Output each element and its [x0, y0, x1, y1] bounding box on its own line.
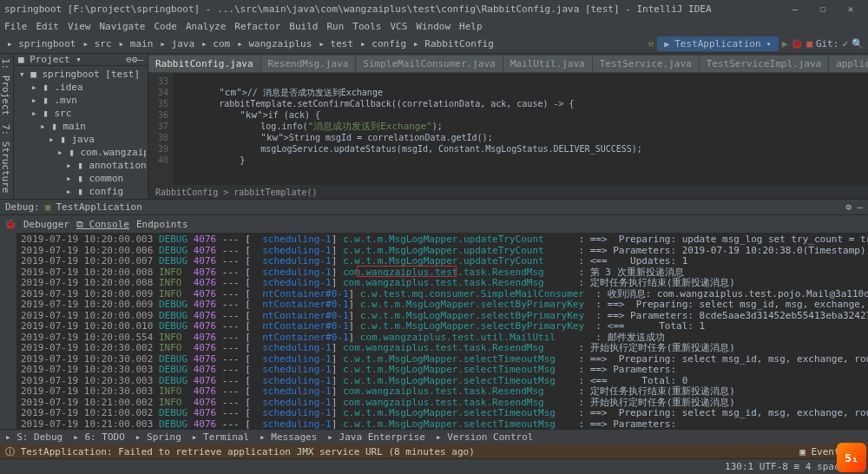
debug-tab-endpoints[interactable]: Endpoints	[136, 219, 188, 230]
git-pull-icon[interactable]: ✓	[842, 38, 848, 49]
footer-tab[interactable]: ▸ Java Enterprise	[327, 431, 425, 443]
watermark-logo: 5₁	[837, 443, 866, 472]
crumb[interactable]: ▸ config	[358, 38, 409, 49]
run-icon[interactable]: ▶	[782, 38, 788, 49]
gear-icon[interactable]: ⚙	[132, 54, 138, 65]
editor-tab[interactable]: application.properties	[829, 56, 868, 72]
editor-tab[interactable]: MailUtil.java	[503, 56, 592, 72]
window-title: springboot [F:\project\springboot] - ...…	[4, 3, 712, 15]
menu-window[interactable]: Window	[416, 21, 450, 32]
title-bar: springboot [F:\project\springboot] - ...…	[0, 0, 868, 17]
debug-icon[interactable]: 🐞	[791, 38, 803, 49]
tree-item[interactable]: ▸ ▮ main	[16, 120, 146, 133]
crumb[interactable]: ▸ main	[116, 38, 156, 49]
tree-item[interactable]: ▸ ▮ java	[16, 133, 146, 146]
debug-panel: Debug: ▣ TestApplication⚙ — 🐞 Debugger⧉ …	[0, 199, 868, 429]
crumb[interactable]: ▸ RabbitConfig	[411, 38, 496, 49]
editor: RabbitConfig.javaResendMsg.javaSimpleMai…	[148, 54, 868, 199]
git-label: Git:	[816, 38, 839, 49]
tree-root[interactable]: ▾ ■ springboot [test] F:\project\springb…	[16, 68, 146, 81]
stop-icon[interactable]: ■	[806, 38, 812, 49]
editor-tab[interactable]: ResendMsg.java	[261, 56, 356, 72]
footer-tab[interactable]: ▸ S: Debug	[5, 431, 62, 443]
editor-tab[interactable]: TestService.java	[593, 56, 699, 72]
crumb[interactable]: ▸ src	[80, 38, 114, 49]
menu-code[interactable]: Code	[154, 21, 177, 32]
line-numbers: 33 34 35 36 37 38 39 40	[148, 73, 173, 185]
crumb[interactable]: ▸ wangzaiplus	[234, 38, 314, 49]
minimize-button[interactable]: —	[782, 2, 808, 16]
editor-tabs: RabbitConfig.javaResendMsg.javaSimpleMai…	[148, 54, 868, 73]
footer-tab[interactable]: ▸ Version Control	[436, 431, 534, 443]
menu-tools[interactable]: Tools	[352, 21, 381, 32]
footer-tab[interactable]: ▸ Messages	[260, 431, 317, 443]
editor-tab[interactable]: SimpleMailConsumer.java	[356, 56, 502, 72]
tree-item[interactable]: ▸ ▮ .idea	[16, 81, 146, 94]
crumb[interactable]: ▸ java	[157, 38, 197, 49]
tree-item[interactable]: ▸ ▮ .mvn	[16, 94, 146, 107]
footer-tab[interactable]: ▸ Terminal	[192, 431, 249, 443]
console-output[interactable]: 2019-07-19 10:20:00.003 DEBUG 4076 --- […	[17, 233, 868, 429]
tree-item[interactable]: ▸ ▮ src	[16, 107, 146, 120]
crumb[interactable]: ▸ test	[316, 38, 356, 49]
search-icon[interactable]: 🔍	[852, 38, 864, 49]
menu-refactor[interactable]: Refactor	[234, 21, 280, 32]
close-button[interactable]: ✕	[838, 2, 864, 16]
debug-tab-debugger[interactable]: Debugger	[23, 219, 69, 230]
hide-icon[interactable]: —	[137, 54, 143, 65]
debug-title: Debug:	[5, 201, 40, 213]
code-area[interactable]: "cm">// 消息是否成功发送到Exchange rabbitTemplate…	[173, 73, 868, 185]
collapse-icon[interactable]: ⊖	[126, 54, 132, 65]
sidebar-header: ■ Project ▾ ⊖ ⚙ —	[14, 54, 148, 66]
crumb[interactable]: ▸ com	[199, 38, 233, 49]
notification-bar[interactable]: ⓘ TestApplication: Failed to retrieve ap…	[0, 444, 868, 458]
menu-edit[interactable]: Edit	[36, 21, 60, 32]
maximize-button[interactable]: ☐	[810, 2, 836, 16]
debug-gutter[interactable]	[0, 233, 17, 429]
menu-navigate[interactable]: Navigate	[100, 21, 146, 32]
bottom-tool-tabs: ▸ S: Debug▸ 6: TODO▸ Spring▸ Terminal▸ M…	[0, 429, 868, 444]
debug-tabs: 🐞 Debugger⧉ ConsoleEndpoints	[0, 215, 868, 233]
debug-app: TestApplication	[56, 201, 141, 213]
code-breadcrumbs[interactable]: RabbitConfig > rabbitTemplate()	[148, 185, 868, 199]
editor-tab[interactable]: RabbitConfig.java	[148, 56, 260, 72]
debug-tab-console[interactable]: ⧉ Console	[76, 219, 129, 230]
menu-build[interactable]: Build	[289, 21, 318, 32]
log-line: 2019-07-19 10:21:00.003 DEBUG 4076 --- […	[21, 419, 865, 430]
status-bar: 130:1 UTF-8 ≡ 4 spaces ≡	[0, 458, 868, 474]
panel-gear-icon[interactable]: ⚙ —	[845, 201, 863, 213]
menu-run[interactable]: Run	[326, 21, 344, 32]
editor-tab[interactable]: TestServiceImpl.java	[700, 56, 828, 72]
footer-tab[interactable]: ▸ 6: TODO	[73, 431, 125, 443]
project-tree[interactable]: ▾ ■ springboot [test] F:\project\springb…	[14, 66, 148, 200]
crumb[interactable]: ▸ springboot	[4, 38, 78, 49]
footer-tab[interactable]: ▸ Spring	[135, 431, 181, 443]
menu-file[interactable]: File	[4, 21, 28, 32]
project-dropdown[interactable]: ■ Project ▾	[18, 54, 82, 65]
run-config-selector[interactable]: ▶ TestApplication ▾	[657, 36, 778, 51]
menu-analyze[interactable]: Analyze	[186, 21, 226, 32]
tree-item[interactable]: ▸ ▮ common	[16, 172, 146, 185]
menu-help[interactable]: Help	[459, 21, 483, 32]
toolbar: ▸ springboot ▸ src ▸ main ▸ java ▸ com ▸…	[0, 35, 868, 54]
tree-item[interactable]: ▸ ▮ annotation	[16, 159, 146, 172]
left-tool-strip[interactable]: 1: Project7: Structure	[0, 54, 14, 199]
menu-bar: FileEditViewNavigateCodeAnalyzeRefactorB…	[0, 17, 868, 35]
tree-item[interactable]: ▸ ▮ com.wangzaiplus.test	[16, 146, 146, 159]
project-sidebar: ■ Project ▾ ⊖ ⚙ — ▾ ■ springboot [test] …	[14, 54, 148, 199]
menu-view[interactable]: View	[68, 21, 91, 32]
menu-vcs[interactable]: VCS	[390, 21, 407, 32]
breadcrumb[interactable]: ▸ springboot ▸ src ▸ main ▸ java ▸ com ▸…	[4, 38, 496, 49]
tree-item[interactable]: ▸ ▮ config	[16, 185, 146, 198]
build-icon[interactable]: ⚒	[648, 38, 654, 49]
debug-restart-icon[interactable]: 🐞	[4, 219, 16, 230]
